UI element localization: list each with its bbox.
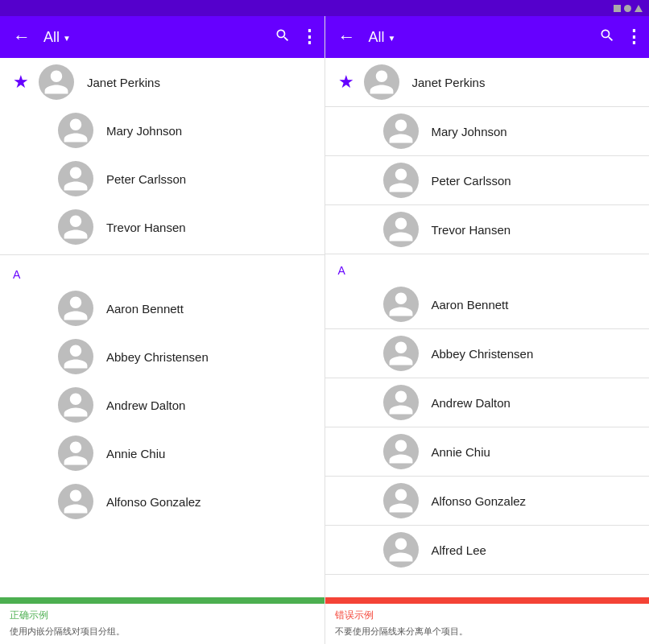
contact-name: Abbey Christensen bbox=[106, 350, 312, 364]
right-toolbar: ← All ▼ ⋮ bbox=[325, 16, 650, 58]
section-divider bbox=[0, 254, 324, 255]
contact-name: Mary Johnson bbox=[432, 125, 637, 138]
left-toolbar-title: All ▼ bbox=[43, 29, 268, 46]
right-section-label-a: A bbox=[325, 254, 650, 280]
contact-name: Annie Chiu bbox=[106, 447, 312, 460]
avatar bbox=[383, 336, 419, 371]
avatar bbox=[58, 387, 93, 423]
right-footer-bar bbox=[325, 597, 650, 604]
right-panel-footer: 错误示例 不要使用分隔线来分离单个项目。 bbox=[325, 597, 650, 644]
right-back-button[interactable]: ← bbox=[332, 23, 362, 51]
left-search-icon[interactable] bbox=[275, 27, 291, 47]
list-item[interactable]: Alfred Lee bbox=[325, 526, 650, 575]
avatar bbox=[58, 339, 93, 374]
left-footer-desc: 使用内嵌分隔线对项目分组。 bbox=[0, 624, 324, 644]
avatar bbox=[39, 64, 74, 100]
left-dropdown-arrow-icon[interactable]: ▼ bbox=[63, 34, 71, 43]
list-item[interactable]: ★ Janet Perkins bbox=[0, 58, 324, 106]
list-item[interactable]: Annie Chiu bbox=[325, 427, 650, 477]
list-item[interactable]: Mary Johnson bbox=[0, 106, 324, 155]
list-item[interactable]: Peter Carlsson bbox=[325, 156, 650, 205]
left-footer-bar bbox=[0, 597, 324, 604]
list-item[interactable]: Mary Johnson bbox=[325, 107, 650, 156]
right-toolbar-actions: ⋮ bbox=[599, 27, 643, 47]
avatar bbox=[383, 287, 419, 322]
avatar bbox=[383, 212, 419, 247]
left-more-icon[interactable]: ⋮ bbox=[300, 27, 318, 47]
contact-name: Abbey Christensen bbox=[432, 347, 637, 361]
avatar bbox=[383, 114, 419, 149]
contact-name: Alfred Lee bbox=[432, 543, 637, 557]
avatar bbox=[364, 64, 399, 100]
avatar bbox=[383, 163, 419, 198]
right-toolbar-title: All ▼ bbox=[369, 29, 593, 46]
list-item[interactable]: Trevor Hansen bbox=[325, 205, 650, 254]
avatar bbox=[58, 484, 93, 519]
right-panel: ← All ▼ ⋮ ★ Janet Perkins bbox=[325, 16, 650, 644]
left-contact-list: ★ Janet Perkins Mary Johnson Peter Carls… bbox=[0, 58, 324, 597]
right-footer-desc: 不要使用分隔线来分离单个项目。 bbox=[325, 624, 650, 644]
contact-name: Mary Johnson bbox=[106, 124, 312, 138]
avatar bbox=[58, 161, 93, 196]
contact-name: Annie Chiu bbox=[432, 445, 637, 459]
avatar bbox=[383, 532, 419, 568]
status-triangle bbox=[635, 5, 643, 12]
right-footer-label: 错误示例 bbox=[325, 604, 650, 624]
star-icon: ★ bbox=[13, 72, 29, 93]
list-item[interactable]: Peter Carlsson bbox=[0, 155, 324, 203]
list-item[interactable]: Andrew Dalton bbox=[0, 381, 324, 429]
contact-name: Peter Carlsson bbox=[106, 172, 312, 186]
avatar bbox=[383, 483, 419, 518]
contact-name: Andrew Dalton bbox=[432, 396, 637, 410]
left-panel: ← All ▼ ⋮ ★ Janet Perkins bbox=[0, 16, 325, 644]
right-search-icon[interactable] bbox=[599, 27, 615, 47]
list-item[interactable]: Trevor Hansen bbox=[0, 203, 324, 251]
contact-name: Peter Carlsson bbox=[432, 174, 637, 188]
list-item[interactable]: Alfonso Gonzalez bbox=[0, 477, 324, 526]
contact-name: Alfonso Gonzalez bbox=[106, 495, 312, 509]
status-circle bbox=[624, 5, 631, 12]
right-more-icon[interactable]: ⋮ bbox=[625, 27, 643, 47]
left-back-button[interactable]: ← bbox=[6, 23, 37, 51]
avatar bbox=[58, 113, 93, 148]
section-label-a: A bbox=[0, 258, 324, 284]
list-item[interactable]: Aaron Bennett bbox=[325, 280, 650, 329]
contact-name: Janet Perkins bbox=[87, 76, 312, 89]
left-panel-footer: 正确示例 使用内嵌分隔线对项目分组。 bbox=[0, 597, 324, 644]
contact-name: Aaron Bennett bbox=[106, 302, 312, 316]
left-footer-label: 正确示例 bbox=[0, 604, 324, 624]
right-contact-list: ★ Janet Perkins Mary Johnson Peter Carls… bbox=[325, 58, 650, 597]
avatar bbox=[58, 291, 93, 326]
list-item[interactable]: Abbey Christensen bbox=[0, 332, 324, 381]
contact-name: Andrew Dalton bbox=[106, 398, 312, 412]
left-toolbar: ← All ▼ ⋮ bbox=[0, 16, 324, 58]
contact-name: Alfonso Gonzalez bbox=[432, 494, 637, 508]
contact-name: Janet Perkins bbox=[412, 76, 637, 89]
contact-name: Trevor Hansen bbox=[432, 223, 637, 237]
list-item[interactable]: Annie Chiu bbox=[0, 429, 324, 477]
list-item[interactable]: ★ Janet Perkins bbox=[325, 58, 650, 107]
status-square bbox=[614, 5, 621, 12]
list-item[interactable]: Andrew Dalton bbox=[325, 378, 650, 427]
avatar bbox=[58, 436, 93, 471]
left-toolbar-actions: ⋮ bbox=[275, 27, 318, 47]
avatar bbox=[383, 434, 419, 469]
star-icon: ★ bbox=[338, 72, 354, 93]
avatar bbox=[383, 385, 419, 420]
contact-name: Aaron Bennett bbox=[432, 298, 637, 312]
right-dropdown-arrow-icon[interactable]: ▼ bbox=[388, 34, 396, 43]
list-item[interactable]: Aaron Bennett bbox=[0, 284, 324, 332]
list-item[interactable]: Alfonso Gonzalez bbox=[325, 477, 650, 526]
contact-name: Trevor Hansen bbox=[106, 221, 312, 234]
list-item[interactable]: Abbey Christensen bbox=[325, 329, 650, 378]
avatar bbox=[58, 209, 93, 245]
